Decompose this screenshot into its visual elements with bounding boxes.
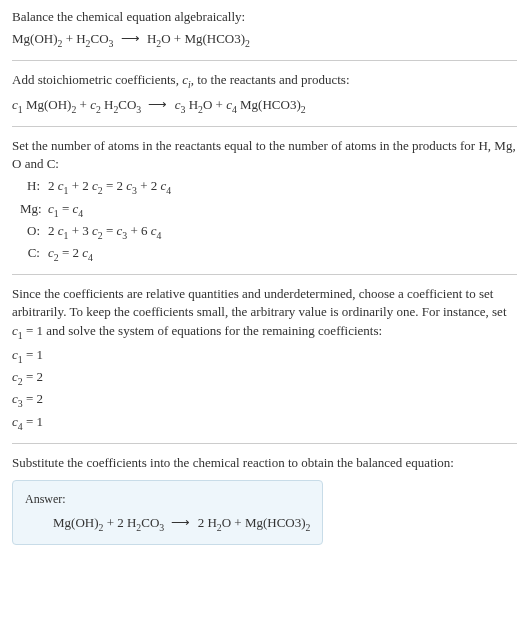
step5-text: Substitute the coefficients into the che… xyxy=(12,454,517,472)
coef-list: c1 = 1 c2 = 2 c3 = 2 c4 = 1 xyxy=(12,346,517,433)
atom-row-mg: Mg: c1 = c4 xyxy=(20,200,517,220)
divider xyxy=(12,274,517,275)
coef-row: c1 = 1 xyxy=(12,346,517,366)
step1-equation: Mg(OH)2 + H2CO3 ⟶ H2O + Mg(HCO3)2 xyxy=(12,30,517,50)
eq-text: c1 Mg(OH)2 + c2 H2CO3 ⟶ c3 H2O + c4 Mg(H… xyxy=(12,97,306,112)
atom-table: H: 2 c1 + 2 c2 = 2 c3 + 2 c4 Mg: c1 = c4… xyxy=(20,177,517,264)
atom-label: C: xyxy=(20,244,48,262)
step3-section: Set the number of atoms in the reactants… xyxy=(12,137,517,264)
atom-label: Mg: xyxy=(20,200,48,218)
coef-row: c4 = 1 xyxy=(12,413,517,433)
step2-equation: c1 Mg(OH)2 + c2 H2CO3 ⟶ c3 H2O + c4 Mg(H… xyxy=(12,96,517,116)
step3-text: Set the number of atoms in the reactants… xyxy=(12,137,517,173)
step5-section: Substitute the coefficients into the che… xyxy=(12,454,517,545)
step4-text: Since the coefficients are relative quan… xyxy=(12,285,517,342)
step2-text: Add stoichiometric coefficients, ci, to … xyxy=(12,71,517,91)
divider xyxy=(12,443,517,444)
step2-section: Add stoichiometric coefficients, ci, to … xyxy=(12,71,517,115)
atom-eq: 2 c1 + 3 c2 = c3 + 6 c4 xyxy=(48,222,517,242)
answer-equation: Mg(OH)2 + 2 H2CO3 ⟶ 2 H2O + Mg(HCO3)2 xyxy=(25,514,310,534)
divider xyxy=(12,60,517,61)
answer-box: Answer: Mg(OH)2 + 2 H2CO3 ⟶ 2 H2O + Mg(H… xyxy=(12,480,323,545)
coef-row: c3 = 2 xyxy=(12,390,517,410)
step1-section: Balance the chemical equation algebraica… xyxy=(12,8,517,50)
atom-row-o: O: 2 c1 + 3 c2 = c3 + 6 c4 xyxy=(20,222,517,242)
step4-section: Since the coefficients are relative quan… xyxy=(12,285,517,433)
step1-text: Balance the chemical equation algebraica… xyxy=(12,8,517,26)
atom-row-h: H: 2 c1 + 2 c2 = 2 c3 + 2 c4 xyxy=(20,177,517,197)
atom-eq: c2 = 2 c4 xyxy=(48,244,517,264)
atom-eq: 2 c1 + 2 c2 = 2 c3 + 2 c4 xyxy=(48,177,517,197)
atom-label: O: xyxy=(20,222,48,240)
atom-row-c: C: c2 = 2 c4 xyxy=(20,244,517,264)
coef-row: c2 = 2 xyxy=(12,368,517,388)
atom-label: H: xyxy=(20,177,48,195)
answer-label: Answer: xyxy=(25,491,310,508)
eq-text: Mg(OH)2 + 2 H2CO3 ⟶ 2 H2O + Mg(HCO3)2 xyxy=(53,515,310,530)
atom-eq: c1 = c4 xyxy=(48,200,517,220)
divider xyxy=(12,126,517,127)
eq-text: Mg(OH)2 + H2CO3 ⟶ H2O + Mg(HCO3)2 xyxy=(12,31,250,46)
